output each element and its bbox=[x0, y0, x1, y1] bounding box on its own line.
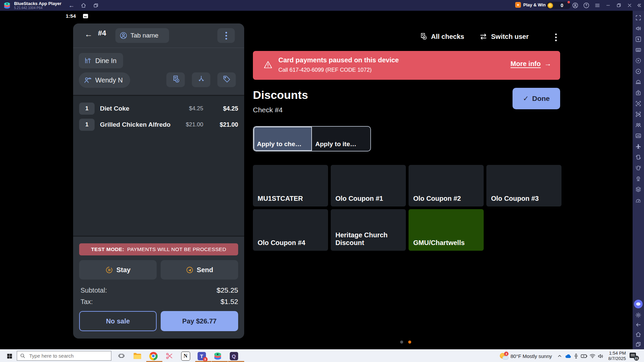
no-sale-label: No sale bbox=[106, 317, 130, 325]
settings-gear-icon[interactable] bbox=[635, 312, 641, 318]
switch-user-button[interactable]: Switch user bbox=[479, 32, 529, 41]
microphone-icon[interactable] bbox=[574, 350, 579, 362]
discount-button-olo-coupon-3[interactable]: Olo Coupon #3 bbox=[486, 165, 561, 206]
onedrive-icon[interactable] bbox=[565, 350, 572, 362]
coin-count: 0 bbox=[553, 3, 571, 8]
battery-icon[interactable] bbox=[581, 350, 588, 362]
nav-back-icon[interactable]: ← bbox=[66, 0, 77, 11]
menu-icon[interactable] bbox=[592, 0, 603, 11]
taskbar-app-file-explorer[interactable] bbox=[130, 350, 144, 362]
taskbar-app-snipping-tool[interactable] bbox=[162, 350, 176, 362]
pay-button[interactable]: Pay $26.77 bbox=[161, 311, 238, 331]
discount-tag-button[interactable] bbox=[217, 72, 236, 87]
taskbar-app-chrome[interactable] bbox=[146, 350, 160, 362]
taskbar-app-bluestacks[interactable] bbox=[211, 350, 225, 362]
discount-button-olo-coupon-4[interactable]: Olo Coupon #4 bbox=[253, 209, 328, 251]
discount-label: MU1STCATER bbox=[258, 195, 323, 202]
send-button[interactable]: Send bbox=[161, 260, 238, 280]
split-check-button[interactable] bbox=[192, 72, 210, 87]
file-explorer-icon bbox=[133, 353, 142, 360]
check-back-icon[interactable]: ← bbox=[83, 27, 95, 41]
weather-condition[interactable]: Mostly sunny bbox=[523, 350, 552, 362]
taskbar-search[interactable] bbox=[17, 351, 111, 361]
account-icon[interactable] bbox=[570, 0, 581, 11]
macro-recorder-icon[interactable] bbox=[635, 58, 641, 64]
discount-button-heritage-church[interactable]: Heritage Church Discount bbox=[331, 209, 406, 251]
cursor-mode-icon[interactable] bbox=[635, 36, 641, 42]
keyboard-icon[interactable] bbox=[635, 47, 641, 53]
play-win-badge-icon: ★ bbox=[515, 2, 521, 8]
collapse-sidebar-icon[interactable] bbox=[634, 0, 644, 11]
taskbar-clock[interactable]: 1:54 PM 8/7/2025 bbox=[606, 351, 626, 361]
check-menu-button[interactable] bbox=[217, 28, 235, 43]
apk-install-icon[interactable] bbox=[635, 90, 641, 96]
all-checks-button[interactable]: All checks bbox=[419, 32, 464, 41]
play-and-win-button[interactable]: ★ Play & Win bbox=[515, 2, 546, 8]
fullscreen-icon[interactable] bbox=[635, 15, 641, 21]
performance-boost-icon[interactable] bbox=[635, 197, 641, 203]
minimize-icon[interactable] bbox=[602, 0, 614, 11]
discount-button-olo-coupon-1[interactable]: Olo Coupon #1 bbox=[331, 165, 406, 206]
discord-icon[interactable] bbox=[634, 300, 643, 308]
tab-name-button[interactable]: Tab name bbox=[115, 28, 169, 43]
search-input[interactable] bbox=[29, 353, 104, 359]
multiplayer-icon[interactable] bbox=[635, 122, 641, 128]
more-info-link[interactable]: More info bbox=[511, 60, 541, 68]
shake-icon[interactable] bbox=[635, 165, 641, 171]
volume-icon[interactable] bbox=[635, 25, 641, 32]
done-button[interactable]: ✓ Done bbox=[513, 88, 560, 109]
airplane-mode-icon[interactable] bbox=[635, 143, 641, 149]
order-type-button[interactable]: Dine In bbox=[79, 53, 123, 68]
media-manager-icon[interactable] bbox=[635, 133, 641, 139]
notion-icon: N bbox=[181, 352, 190, 361]
nav-recent-apps-icon[interactable] bbox=[90, 0, 101, 11]
nav-home-icon[interactable] bbox=[78, 0, 89, 11]
send-label: Send bbox=[197, 266, 213, 274]
multi-instance-icon[interactable] bbox=[635, 186, 641, 192]
weather-temp[interactable]: 80°F bbox=[511, 350, 521, 362]
speaker-icon[interactable] bbox=[597, 350, 604, 362]
more-info-arrow-icon[interactable]: → bbox=[544, 60, 551, 68]
game-controls-icon[interactable] bbox=[635, 79, 641, 85]
discount-button-olo-coupon-2[interactable]: Olo Coupon #2 bbox=[409, 165, 484, 206]
help-icon[interactable] bbox=[581, 0, 592, 11]
taskbar-app-teams[interactable]: T 3 bbox=[195, 350, 209, 362]
screenshot-icon[interactable] bbox=[635, 101, 641, 107]
start-button[interactable] bbox=[3, 350, 16, 362]
check-item-row[interactable]: 1 Grilled Chicken Alfredo $21.00 $21.00 bbox=[73, 117, 244, 133]
server-button[interactable]: Wendy N bbox=[79, 72, 130, 88]
notification-center-button[interactable]: 21 bbox=[629, 350, 638, 362]
taskbar-app-q[interactable]: Q bbox=[227, 350, 241, 362]
taskbar-app-notion[interactable]: N bbox=[178, 350, 193, 362]
sidebar-recent-icon[interactable] bbox=[635, 341, 641, 347]
server-name-label: Wendy N bbox=[95, 76, 123, 84]
task-view-button[interactable] bbox=[115, 350, 127, 362]
overflow-menu-icon[interactable] bbox=[551, 32, 561, 43]
switch-user-label: Switch user bbox=[491, 33, 529, 41]
screen-recorder-icon[interactable] bbox=[635, 111, 641, 117]
wifi-icon[interactable] bbox=[589, 350, 596, 362]
alert-title: Card payments paused on this device bbox=[278, 56, 399, 64]
coin-counter[interactable]: 0 bbox=[546, 2, 571, 9]
sidebar-home-icon[interactable] bbox=[635, 331, 641, 338]
page-dot-active[interactable] bbox=[408, 341, 411, 344]
stay-button[interactable]: Stay bbox=[79, 260, 157, 280]
restore-window-icon[interactable] bbox=[613, 0, 625, 11]
tab-apply-to-items[interactable]: Apply to ite… bbox=[312, 127, 370, 151]
rotate-screen-icon[interactable] bbox=[635, 154, 641, 160]
check-receipt-button[interactable]: $ bbox=[166, 72, 185, 87]
no-sale-button[interactable]: No sale bbox=[79, 311, 157, 331]
discount-button-gmu-chartwells[interactable]: GMU/Chartwells bbox=[409, 209, 484, 251]
weather-widget[interactable]: 3 bbox=[499, 350, 508, 362]
tray-chevron-icon[interactable] bbox=[557, 350, 562, 362]
page-dot-inactive[interactable] bbox=[400, 341, 403, 344]
tab-apply-to-check[interactable]: Apply to che… bbox=[254, 127, 312, 151]
close-icon[interactable] bbox=[624, 0, 635, 11]
discount-button-mu1stcater[interactable]: MU1STCATER bbox=[253, 165, 328, 206]
sidebar-back-icon[interactable] bbox=[635, 322, 641, 328]
record-icon[interactable] bbox=[635, 68, 641, 74]
weather-badge: 3 bbox=[504, 352, 508, 356]
webcam-icon[interactable] bbox=[635, 176, 641, 182]
send-icon bbox=[186, 266, 194, 274]
check-item-row[interactable]: 1 Diet Coke $4.25 $4.25 bbox=[73, 101, 244, 117]
